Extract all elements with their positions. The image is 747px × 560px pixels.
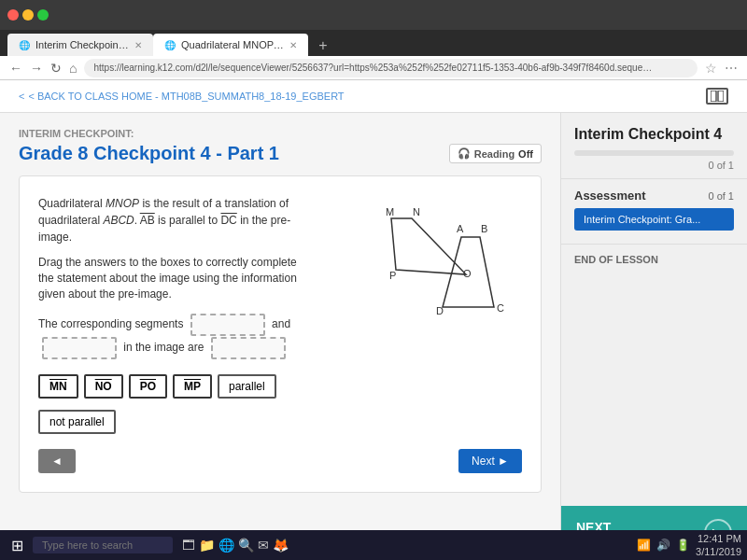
tab-2-label: Quadrilateral MNOP is the res... (181, 39, 284, 50)
right-sidebar: Interim Checkpoint 4 0 of 1 Assessment 0… (560, 113, 747, 560)
tab-1-label: Interim Checkpoint 4 - MTH8... (35, 39, 129, 50)
svg-text:B: B (481, 223, 487, 234)
address-bar: ← → ↻ ⌂ https://learning.k12.com/d2l/le/… (0, 56, 747, 80)
taskbar-icon-3[interactable]: 🌐 (218, 538, 234, 553)
close-window-btn[interactable] (7, 9, 19, 21)
prev-button[interactable]: ◄ (38, 449, 76, 473)
next-button[interactable]: Next ► (458, 449, 522, 473)
taskbar-wifi-icon: 📶 (637, 539, 651, 552)
taskbar-pinned-icons: 🗔 📁 🌐 🔍 ✉ 🦊 (182, 538, 289, 553)
main-content: INTERIM CHECKPOINT: Grade 8 Checkpoint 4… (0, 113, 560, 560)
taskbar-icon-5[interactable]: ✉ (258, 538, 269, 553)
start-button[interactable]: ⊞ (6, 535, 29, 556)
drop-box-2[interactable] (42, 337, 117, 359)
top-nav: < < BACK TO CLASS HOME - MTH08B_SUMMATH8… (0, 80, 747, 113)
taskbar-sound-icon: 🔊 (656, 539, 670, 552)
assessment-header: Assessment 0 of 1 (574, 189, 734, 203)
home-nav-icon[interactable]: ⌂ (69, 61, 77, 76)
app-container: < < BACK TO CLASS HOME - MTH08B_SUMMATH8… (0, 80, 747, 560)
extensions-icon[interactable]: ⋯ (725, 61, 738, 76)
svg-text:D: D (436, 305, 444, 316)
sentence-and: and (272, 317, 290, 330)
tab-1[interactable]: 🌐 Interim Checkpoint 4 - MTH8... ✕ (7, 34, 153, 56)
question-text: Quadrilateral MNOP is the result of a tr… (38, 195, 309, 245)
taskbar-icon-4[interactable]: 🔍 (238, 538, 254, 553)
minimize-window-btn[interactable] (22, 9, 34, 21)
drag-items-row2: not parallel (38, 410, 522, 434)
taskbar-system-icons: 📶 🔊 🔋 12:41 PM 3/11/2019 (637, 532, 741, 559)
bookmark-icon[interactable]: ☆ (705, 61, 717, 76)
sidebar-title: Interim Checkpoint 4 (574, 126, 734, 143)
forward-nav-icon[interactable]: → (30, 61, 43, 76)
address-input[interactable]: https://learning.k12.com/d2l/le/sequence… (84, 59, 698, 77)
svg-text:C: C (497, 302, 504, 314)
progress-bar-container (574, 150, 734, 156)
svg-text:P: P (389, 270, 396, 281)
taskbar: ⊞ 🗔 📁 🌐 🔍 ✉ 🦊 📶 🔊 🔋 12:41 PM 3/11/2019 (0, 530, 747, 560)
drag-item-po[interactable]: PO (129, 374, 167, 399)
sidebar-header: Interim Checkpoint 4 0 of 1 (561, 113, 747, 179)
reload-nav-icon[interactable]: ↻ (50, 61, 62, 76)
problem-statement: Quadrilateral MNOP is the result of a tr… (38, 197, 290, 244)
question-card: A B C D O M N P Quadril (19, 175, 542, 493)
assessment-section: Assessment 0 of 1 Interim Checkpoint: Gr… (561, 179, 747, 245)
checkpoint-label: INTERIM CHECKPOINT: (19, 128, 542, 139)
content-wrapper: INTERIM CHECKPOINT: Grade 8 Checkpoint 4… (0, 113, 747, 560)
reading-toggle[interactable]: 🎧 Reading Off (449, 144, 542, 163)
svg-rect-1 (718, 91, 724, 102)
tab-2[interactable]: 🌐 Quadrilateral MNOP is the res... ✕ (153, 34, 308, 56)
taskbar-datetime: 12:41 PM 3/11/2019 (696, 532, 741, 559)
tab-bar: 🌐 Interim Checkpoint 4 - MTH8... ✕ 🌐 Qua… (0, 30, 747, 56)
drop-box-3[interactable] (211, 337, 286, 359)
sentence-part1: The corresponding segments (38, 317, 183, 330)
browser-bar (0, 0, 747, 30)
drag-instruction: Drag the answers to the boxes to correct… (38, 255, 309, 301)
tab-2-close[interactable]: ✕ (289, 40, 297, 50)
breadcrumb: < < BACK TO CLASS HOME - MTH08B_SUMMATH8… (19, 91, 345, 102)
figure-area: A B C D O M N P (363, 195, 522, 344)
address-text: https://learning.k12.com/d2l/le/sequence… (93, 63, 654, 73)
maximize-window-btn[interactable] (37, 9, 49, 21)
tab-1-close[interactable]: ✕ (134, 40, 142, 50)
drag-items-row1: MN NO PO MP parallel (38, 374, 522, 399)
svg-rect-0 (711, 91, 716, 102)
layout-toggle-icon[interactable] (706, 88, 728, 105)
taskbar-search-input[interactable] (33, 537, 173, 553)
svg-marker-8 (391, 218, 466, 274)
drop-box-1[interactable] (190, 314, 265, 336)
drag-item-mp[interactable]: MP (173, 374, 212, 399)
window-controls (7, 9, 49, 21)
taskbar-icon-2[interactable]: 📁 (199, 538, 215, 553)
reading-label: Reading (474, 148, 514, 160)
svg-text:A: A (457, 223, 464, 234)
svg-text:M: M (386, 206, 394, 217)
headphone-icon: 🎧 (458, 147, 471, 160)
taskbar-time-text: 12:41 PM (696, 532, 741, 545)
new-tab-button[interactable]: + (312, 35, 334, 56)
assessment-title: Assessment (574, 189, 646, 203)
end-of-lesson-label: END OF LESSON (561, 245, 747, 274)
page-title-text: Grade 8 Checkpoint 4 - Part 1 (19, 143, 279, 164)
assessment-item[interactable]: Interim Checkpoint: Gra... (574, 208, 734, 231)
sentence-part2: in the image are (123, 341, 204, 354)
svg-text:N: N (413, 206, 420, 217)
breadcrumb-link[interactable]: < BACK TO CLASS HOME - MTH08B_SUMMATH8_1… (28, 91, 344, 102)
progress-label: 0 of 1 (574, 160, 734, 171)
chevron-left-icon: < (19, 91, 24, 102)
drag-item-no[interactable]: NO (84, 374, 123, 399)
back-nav-icon[interactable]: ← (9, 61, 22, 76)
taskbar-icon-1[interactable]: 🗔 (182, 538, 195, 553)
taskbar-icon-6[interactable]: 🦊 (273, 538, 289, 553)
drag-item-mn[interactable]: MN (38, 374, 78, 399)
nav-buttons: ◄ Next ► (38, 449, 522, 473)
reading-toggle-state[interactable]: Off (518, 148, 533, 160)
assessment-count: 0 of 1 (708, 190, 734, 202)
taskbar-battery-icon: 🔋 (676, 539, 690, 552)
taskbar-date-text: 3/11/2019 (696, 545, 741, 558)
page-title-row: Grade 8 Checkpoint 4 - Part 1 🎧 Reading … (19, 143, 542, 164)
drag-item-parallel[interactable]: parallel (218, 374, 276, 399)
drag-item-not-parallel[interactable]: not parallel (38, 410, 116, 434)
